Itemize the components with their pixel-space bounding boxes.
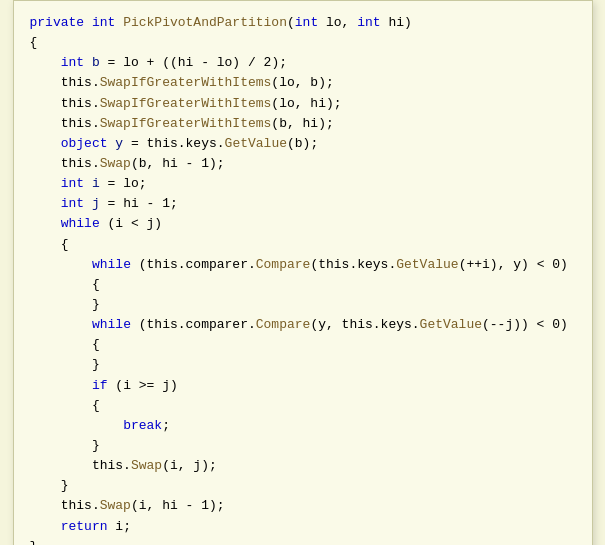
token-normal: (y, this.keys. <box>310 317 419 332</box>
token-kw: int <box>61 196 84 211</box>
token-normal <box>30 196 61 211</box>
token-normal: (b, hi); <box>271 116 333 131</box>
token-kw: object <box>61 136 108 151</box>
code-line: } <box>30 295 576 315</box>
code-line: this.SwapIfGreaterWithItems(b, hi); <box>30 114 576 134</box>
code-line: return i; <box>30 517 576 537</box>
code-line: while (i < j) <box>30 214 576 234</box>
token-normal: (b); <box>287 136 318 151</box>
token-normal: (b, hi - 1); <box>131 156 225 171</box>
token-normal: } <box>30 478 69 493</box>
token-normal: { <box>30 337 100 352</box>
token-normal <box>30 257 92 272</box>
token-normal <box>84 15 92 30</box>
token-normal: i; <box>108 519 131 534</box>
token-method: PickPivotAndPartition <box>123 15 287 30</box>
code-line: while (this.comparer.Compare(this.keys.G… <box>30 255 576 275</box>
token-method: GetValue <box>225 136 287 151</box>
token-normal: (lo, b); <box>271 75 333 90</box>
token-kw: while <box>61 216 100 231</box>
token-normal: { <box>30 237 69 252</box>
token-normal: (i, hi - 1); <box>131 498 225 513</box>
token-normal <box>84 196 92 211</box>
code-line: int j = hi - 1; <box>30 194 576 214</box>
token-normal <box>30 418 124 433</box>
token-normal <box>30 519 61 534</box>
token-normal: = lo; <box>100 176 147 191</box>
code-line: if (i >= j) <box>30 376 576 396</box>
token-normal: this. <box>30 458 131 473</box>
token-normal <box>30 378 92 393</box>
token-kw: if <box>92 378 108 393</box>
code-line: } <box>30 355 576 375</box>
code-line: } <box>30 537 576 545</box>
code-line: } <box>30 476 576 496</box>
token-normal <box>30 55 61 70</box>
token-normal: (i < j) <box>100 216 162 231</box>
token-var: b <box>92 55 100 70</box>
token-normal: } <box>30 357 100 372</box>
token-method: SwapIfGreaterWithItems <box>100 116 272 131</box>
token-normal: } <box>30 539 38 545</box>
code-line: { <box>30 33 576 53</box>
token-normal: this. <box>30 116 100 131</box>
token-var: j <box>92 196 100 211</box>
token-kw: int <box>61 55 84 70</box>
token-method: Swap <box>131 458 162 473</box>
code-line: this.Swap(b, hi - 1); <box>30 154 576 174</box>
code-line: this.SwapIfGreaterWithItems(lo, b); <box>30 73 576 93</box>
code-line: { <box>30 275 576 295</box>
token-normal: (++i), y) < 0) <box>459 257 568 272</box>
token-method: Compare <box>256 257 311 272</box>
code-line: { <box>30 335 576 355</box>
token-normal: this. <box>30 75 100 90</box>
token-kw: int <box>357 15 380 30</box>
token-kw: int <box>61 176 84 191</box>
token-normal: (this.comparer. <box>131 317 256 332</box>
code-line: private int PickPivotAndPartition(int lo… <box>30 13 576 33</box>
token-normal <box>30 136 61 151</box>
code-line: while (this.comparer.Compare(y, this.key… <box>30 315 576 335</box>
code-window: private int PickPivotAndPartition(int lo… <box>13 0 593 545</box>
token-kw: while <box>92 257 131 272</box>
token-normal: this. <box>30 156 100 171</box>
token-method: SwapIfGreaterWithItems <box>100 96 272 111</box>
token-normal: lo, <box>318 15 357 30</box>
token-normal: (this.keys. <box>310 257 396 272</box>
token-method: SwapIfGreaterWithItems <box>100 75 272 90</box>
token-normal <box>84 55 92 70</box>
token-method: Swap <box>100 156 131 171</box>
token-normal: (this.comparer. <box>131 257 256 272</box>
token-normal: { <box>30 35 38 50</box>
token-kw: while <box>92 317 131 332</box>
token-normal: = hi - 1; <box>100 196 178 211</box>
token-method: Compare <box>256 317 311 332</box>
token-normal <box>84 176 92 191</box>
token-normal: = lo + ((hi - lo) / 2); <box>100 55 287 70</box>
token-var: y <box>115 136 123 151</box>
token-kw: private <box>30 15 85 30</box>
code-line: } <box>30 436 576 456</box>
token-method: GetValue <box>396 257 458 272</box>
token-normal: this. <box>30 498 100 513</box>
token-normal: (i, j); <box>162 458 217 473</box>
token-kw: int <box>92 15 115 30</box>
token-normal: = this.keys. <box>123 136 224 151</box>
token-normal: (--j)) < 0) <box>482 317 568 332</box>
token-normal <box>115 15 123 30</box>
token-normal: hi) <box>381 15 412 30</box>
token-var: i <box>92 176 100 191</box>
token-normal <box>30 176 61 191</box>
token-kw: int <box>295 15 318 30</box>
token-kw: return <box>61 519 108 534</box>
code-line: object y = this.keys.GetValue(b); <box>30 134 576 154</box>
code-line: int i = lo; <box>30 174 576 194</box>
token-method: GetValue <box>420 317 482 332</box>
code-line: this.SwapIfGreaterWithItems(lo, hi); <box>30 94 576 114</box>
code-line: { <box>30 235 576 255</box>
token-normal: { <box>30 277 100 292</box>
code-line: break; <box>30 416 576 436</box>
code-line: this.Swap(i, hi - 1); <box>30 496 576 516</box>
token-normal: } <box>30 297 100 312</box>
token-normal: (i >= j) <box>108 378 178 393</box>
